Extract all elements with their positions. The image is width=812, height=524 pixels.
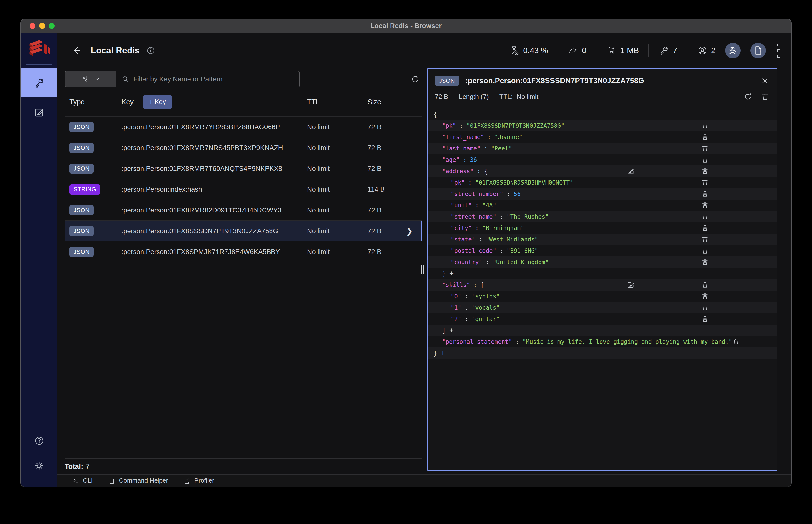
key-type-filter-dropdown[interactable] [65,71,116,87]
json-key: "1" [451,304,461,311]
json-key: "address" [442,168,473,175]
ops-value: 0 [582,46,586,55]
titlebar: Local Redis - Browser [21,19,791,33]
redis-logo-icon [28,39,51,59]
keys-table-header: Type Key + Key TTL Size [65,87,422,116]
sidebar-item-browser[interactable] [21,68,57,98]
close-window-button[interactable] [30,23,35,29]
bottom-toolbar: CLI Command Helper [57,474,791,487]
info-icon[interactable] [146,46,156,55]
bulk-actions-button[interactable]: {;} [750,43,766,58]
stat-divider [687,44,687,58]
key-ttl: No limit [307,185,368,193]
key-size: 72 B [368,248,406,256]
key-name: :person.Person:01FX8RMR7T60ANQTS4P9NKPKX… [121,165,307,173]
clients-value: 2 [711,46,715,55]
key-icon [33,77,45,88]
minimize-window-button[interactable] [39,23,45,29]
json-value: "Music is my life, I love gigging and pl… [522,339,732,345]
document-icon [108,477,115,484]
add-field-button[interactable]: + [441,349,445,358]
database-title: Local Redis [91,46,140,56]
add-key-button[interactable]: + Key [143,95,172,109]
add-field-button[interactable]: + [449,269,454,278]
edit-field-button[interactable] [627,153,697,189]
json-close-bracket: } [433,349,437,357]
back-button[interactable] [71,45,82,56]
key-count-icon [659,45,669,56]
cpu-stat: 0.43 % [509,45,548,56]
stat-divider [648,44,649,58]
json-value: "Joanne" [494,134,523,141]
key-size: 72 B [368,227,406,235]
key-ttl: No limit [307,144,368,152]
panel-resize-handle[interactable] [421,265,424,274]
stat-divider [558,44,558,58]
app-window: Local Redis - Browser [20,19,792,487]
detail-type-badge: JSON [435,76,459,86]
key-row[interactable]: STRING :person.Person:index:hash No limi… [65,179,422,200]
json-value: "The Rushes" [507,213,549,220]
key-row[interactable]: JSON :person.Person:01FX8RMR82D091TC37B4… [65,200,422,220]
clients-stat: 2 [697,45,715,56]
key-size: 114 B [368,185,406,193]
sidebar-item-help[interactable] [34,435,45,446]
json-key: "pk" [451,179,465,186]
sidebar-item-settings[interactable] [33,460,45,472]
stat-divider [596,44,597,58]
sidebar-item-workbench[interactable] [21,98,57,127]
gear-icon [33,460,45,472]
key-ttl: No limit [307,123,368,131]
filter-sliders-icon [81,75,89,83]
json-key: "2" [451,316,461,323]
cli-button[interactable]: CLI [72,477,93,484]
detail-key-name: :person.Person:01FX8SSSDN7PT9T3N0JZZA758… [465,77,644,85]
key-size: 72 B [368,144,406,152]
refresh-keys-button[interactable] [410,74,420,84]
json-value: "01FX8SSSDNRDSRB3HMVH00NQTT" [475,179,573,186]
key-ttl: No limit [307,165,368,173]
json-value: "Birmingham" [482,225,524,231]
cpu-value: 0.43 % [523,46,548,55]
key-row[interactable]: JSON :person.Person:01FX8RMR7YB283BPZ88H… [65,116,422,137]
json-key: "street_name" [451,213,496,220]
key-size: 72 B [368,165,406,173]
zoom-window-button[interactable] [49,23,55,29]
key-row[interactable]: JSON :person.Person:01FX8SSSDN7PT9T3N0JZ… [65,220,422,241]
key-type-badge: JSON [69,164,94,174]
json-row: : } + [427,347,777,359]
key-name: :person.Person:01FX8RMR7YB283BPZ88HAG066… [121,123,307,131]
json-close-bracket: { [433,111,437,118]
close-panel-button[interactable] [760,76,769,85]
db-stats: 0.43 % 0 [509,43,780,58]
more-menu-button[interactable] [777,44,780,58]
key-search-input[interactable] [133,75,294,83]
sidebar-divider [26,64,52,65]
page-header: Local Redis 0.43 % [57,33,791,68]
key-name: :person.Person:index:hash [121,185,307,193]
profiler-button[interactable]: Profiler [184,477,214,484]
edit-field-button[interactable] [627,267,697,302]
delete-key-button[interactable] [761,93,769,101]
command-helper-button[interactable]: Command Helper [108,477,168,484]
workbench-edit-icon [33,107,45,118]
refresh-value-button[interactable] [743,92,752,101]
key-row[interactable]: JSON :person.Person:01FX8RMR7NRS45PBT3XP… [65,137,422,158]
detail-ttl-label: TTL: [499,93,513,101]
db-analysis-button[interactable] [725,43,741,58]
search-icon [121,75,129,83]
key-type-badge: JSON [69,205,94,215]
memory-stat: 1 MB [606,45,639,56]
key-row[interactable]: JSON :person.Person:01FX8RMR7T60ANQTS4P9… [65,158,422,179]
add-field-button[interactable]: + [449,326,454,335]
key-type-badge: STRING [69,184,100,195]
json-key: "street_number" [451,191,503,197]
delete-field-button[interactable] [732,324,777,359]
detail-meta: 72 B Length (7) TTL: No limit [427,86,777,106]
json-open-bracket: { [484,168,488,175]
json-value: 56 [514,191,521,197]
json-value: 36 [470,157,477,163]
json-key: "personal_statement" [442,339,512,345]
key-row[interactable]: JSON :person.Person:01FX8SPMJK71R7J8E4W6… [65,241,422,262]
json-key: "last_name" [442,145,481,152]
